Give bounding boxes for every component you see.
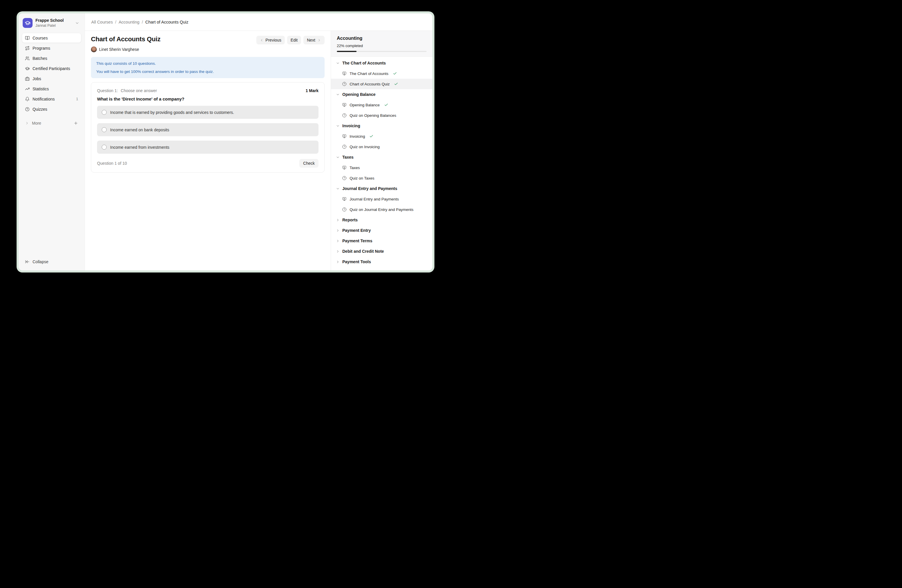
outline-section-opening-balance[interactable]: Opening Balance [331,89,432,100]
answer-option-label: Income that is earned by providing goods… [110,110,234,115]
outline-section-invoicing[interactable]: Invoicing [331,120,432,131]
previous-button[interactable]: Previous [256,36,285,44]
lesson-video-icon [342,103,347,107]
sidebar-item-programs[interactable]: Programs [22,43,81,53]
chevron-right-icon [25,121,29,125]
sidebar-item-notifications[interactable]: Notifications1 [22,94,81,104]
sidebar-item-jobs[interactable]: Jobs [22,74,81,83]
help-circle-icon [25,107,30,111]
chevron-left-icon [260,38,263,42]
radio-button-icon[interactable] [102,110,106,115]
check-button[interactable]: Check [299,159,318,167]
outline-section-payment-terms[interactable]: Payment Terms [331,236,432,246]
book-open-icon [25,36,30,41]
chevron-down-icon [336,124,340,128]
course-title: Accounting [337,36,427,41]
outline-section-the-chart-of-accounts[interactable]: The Chart of Accounts [331,58,432,68]
top-bar: All Courses/Accounting/Chart of Accounts… [85,13,432,31]
chevron-right-icon [336,250,340,253]
sidebar-item-label: Jobs [33,77,78,81]
course-progress-fill [337,51,357,52]
outline-section-label: Reports [342,217,358,222]
completed-check-icon [384,103,388,107]
answer-option-label: Income earned from investments [110,145,169,150]
sidebar-item-certified-participants[interactable]: Certified Participants [22,64,81,73]
breadcrumb-item-accounting[interactable]: Accounting [119,20,139,24]
title-block: Chart of Accounts Quiz Linet Sherin Varg… [91,35,160,52]
next-button-label: Next [307,38,315,42]
chevron-down-icon [336,61,340,65]
answer-option[interactable]: Income that is earned by providing goods… [97,106,318,119]
breadcrumb-item-all-courses[interactable]: All Courses [91,20,113,24]
sidebar-item-label: Programs [33,46,78,50]
chevron-down-icon [336,187,340,191]
quiz-instruction-line: This quiz consists of 10 questions. [96,61,319,67]
outline-section-debit-and-credit-note[interactable]: Debit and Credit Note [331,246,432,256]
outline-item-the-chart-of-accounts[interactable]: The Chart of Accounts [331,68,432,79]
question-number-label: Question 1: [97,88,118,93]
quiz-instructions-banner: This quiz consists of 10 questions. You … [91,57,324,78]
chevron-down-icon [336,93,340,97]
outline-item-quiz-on-taxes[interactable]: Quiz on Taxes [331,173,432,183]
app-window: Frappe School Jannat Patel CoursesProgra… [19,13,432,271]
users-icon [25,56,30,61]
radio-button-icon[interactable] [102,127,106,132]
outline-item-chart-of-accounts-quiz[interactable]: Chart of Accounts Quiz [331,79,432,89]
route-icon [25,46,30,50]
question-meta: Question 1: Choose one answer 1 Mark [97,88,318,93]
workspace-switcher[interactable]: Frappe School Jannat Patel [22,16,81,30]
course-outline-list: The Chart of AccountsThe Chart of Accoun… [331,57,432,269]
sidebar-item-batches[interactable]: Batches [22,53,81,63]
answer-option-label: Income earned on bank deposits [110,128,169,132]
outline-section-taxes[interactable]: Taxes [331,152,432,163]
outline-item-quiz-on-opening-balances[interactable]: Quiz on Opening Balances [331,110,432,120]
edit-button[interactable]: Edit [287,36,301,44]
outline-section-label: Payment Terms [342,239,372,243]
course-progress-bar [337,51,427,52]
question-pagination: Question 1 of 10 [97,161,127,166]
outline-section-journal-entry-and-payments[interactable]: Journal Entry and Payments [331,183,432,194]
sidebar-item-more[interactable]: More [22,119,81,128]
page-header: Chart of Accounts Quiz Linet Sherin Varg… [91,35,324,52]
next-button[interactable]: Next [303,36,324,44]
outline-section-payment-tools[interactable]: Payment Tools [331,256,432,267]
completed-check-icon [393,72,397,75]
outline-section-payment-entry[interactable]: Payment Entry [331,225,432,236]
sidebar-menu: CoursesProgramsBatchesCertified Particip… [22,33,81,114]
outline-item-journal-entry-and-payments[interactable]: Journal Entry and Payments [331,194,432,204]
outline-item-label: Invoicing [349,134,365,139]
graduation-cap-icon [25,66,30,71]
add-icon[interactable] [74,121,78,125]
course-outline-header: Accounting 22% completed [331,31,432,57]
sidebar-item-statistics[interactable]: Statistics [22,84,81,94]
content-row: Chart of Accounts Quiz Linet Sherin Varg… [85,31,432,271]
sidebar-item-quizzes[interactable]: Quizzes [22,104,81,114]
outline-item-label: Quiz on Invoicing [349,145,380,149]
outline-item-label: Quiz on Opening Balances [349,113,396,118]
outline-item-quiz-on-invoicing[interactable]: Quiz on Invoicing [331,141,432,152]
workspace-title: Frappe School [36,18,72,23]
workspace-subtitle: Jannat Patel [36,23,72,28]
collapse-sidebar-button[interactable]: Collapse [22,257,81,266]
chevron-right-icon [336,218,340,222]
notification-count-badge: 1 [76,97,78,101]
answer-option[interactable]: Income earned from investments [97,141,318,154]
outline-item-taxes[interactable]: Taxes [331,163,432,173]
quiz-icon [342,113,347,118]
outline-item-quiz-on-journal-entry-and-payments[interactable]: Quiz on Journal Entry and Payments [331,204,432,215]
radio-button-icon[interactable] [102,145,106,150]
outline-item-invoicing[interactable]: Invoicing [331,131,432,141]
author-avatar [91,47,97,52]
sidebar-item-label: Courses [33,36,78,41]
sidebar-item-courses[interactable]: Courses [22,33,81,43]
quiz-icon [342,207,347,212]
bell-icon [25,97,30,102]
edit-button-label: Edit [291,38,298,42]
question-text: What is the 'Direct Income' of a company… [97,97,318,102]
answer-option[interactable]: Income earned on bank deposits [97,123,318,136]
lesson-video-icon [342,134,347,139]
outline-section-label: The Chart of Accounts [342,61,386,66]
question-instruction: Choose one answer [121,88,157,93]
outline-section-reports[interactable]: Reports [331,215,432,225]
outline-item-opening-balance[interactable]: Opening Balance [331,100,432,110]
